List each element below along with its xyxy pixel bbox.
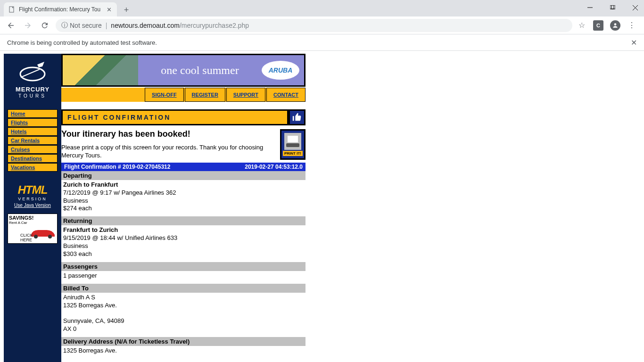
extension-icon[interactable]: C <box>593 20 603 31</box>
page-viewport[interactable]: MERCURY TOURS Home Flights Hotels Car Re… <box>0 51 644 362</box>
thumbs-up-icon <box>289 109 305 125</box>
menu-icon[interactable]: ⋮ <box>627 21 636 30</box>
security-info-icon[interactable]: ⓘ Not secure <box>61 21 102 30</box>
page-icon <box>8 6 15 13</box>
sidebar-item-cruises[interactable]: Cruises <box>8 145 58 154</box>
info-bar-text: Chrome is being controlled by automated … <box>7 39 157 46</box>
booked-desc: Please print a copy of this screen for y… <box>61 144 276 160</box>
banner-ad[interactable]: one cool summer ARUBA <box>61 54 305 87</box>
billed-to-body: Anirudh A S 1325 Borregas Ave. Sunnyvale… <box>61 293 305 337</box>
returning-header: Returning <box>61 216 305 225</box>
delivery-header: Delivery Address (N/A for Ticketless Tra… <box>61 337 305 346</box>
maximize-button[interactable] <box>605 2 619 13</box>
sidebar-item-vacations[interactable]: Vacations <box>8 163 58 172</box>
java-version-link[interactable]: Use Java Version <box>4 203 61 208</box>
sidebar-item-car-rentals[interactable]: Car Rentals <box>8 136 58 145</box>
minimize-button[interactable] <box>583 2 597 13</box>
aruba-badge: ARUBA <box>262 61 299 80</box>
top-nav: SIGN-OFF REGISTER SUPPORT CONTACT <box>61 88 305 102</box>
html-version-box: HTML VERSION Use Java Version <box>4 183 61 208</box>
nav-contact[interactable]: CONTACT <box>266 88 305 102</box>
sidebar-item-destinations[interactable]: Destinations <box>8 154 58 163</box>
banner-image <box>63 55 138 85</box>
svg-point-10 <box>48 235 52 239</box>
svg-line-8 <box>21 69 40 77</box>
info-bar-close-icon[interactable]: ✕ <box>631 38 637 47</box>
passengers-body: 1 passenger <box>61 271 305 284</box>
delivery-body: 1325 Borregas Ave. Sunnyvale, CA, 94089 <box>61 346 305 362</box>
printer-icon <box>284 133 301 150</box>
url-text: newtours.demoaut.com/mercurypurchase2.ph… <box>111 22 249 29</box>
url-field[interactable]: ⓘ Not secure | newtours.demoaut.com/merc… <box>56 19 572 32</box>
bookmark-icon[interactable]: ☆ <box>577 21 586 30</box>
svg-rect-2 <box>610 5 614 9</box>
automation-info-bar: Chrome is being controlled by automated … <box>0 34 644 51</box>
nav-support[interactable]: SUPPORT <box>226 88 265 102</box>
savings-ad[interactable]: SAVINGS! Rent A Car CLICK HERE <box>8 214 58 244</box>
sidebar-item-flights[interactable]: Flights <box>8 118 58 127</box>
mercury-logo: MERCURY TOURS <box>4 54 61 106</box>
nav-register[interactable]: REGISTER <box>185 88 225 102</box>
browser-tab[interactable]: Flight Confirmation: Mercury Tou ✕ <box>4 2 117 16</box>
profile-icon[interactable] <box>610 20 620 31</box>
browser-chrome: Flight Confirmation: Mercury Tou ✕ + ⓘ N… <box>0 0 644 51</box>
confirmation-header: FLIGHT CONFIRMATION <box>61 109 289 125</box>
new-tab-button[interactable]: + <box>120 3 133 16</box>
departing-body: Zurich to Frankfurt 7/12/2019 @ 9:17 w/ … <box>61 180 305 217</box>
sidebar-item-hotels[interactable]: Hotels <box>8 127 58 136</box>
close-window-button[interactable] <box>628 2 642 13</box>
passengers-header: Passengers <box>61 262 305 271</box>
returning-body: Frankfurt to Zurich 9/15/2019 @ 18:44 w/… <box>61 225 305 262</box>
departing-header: Departing <box>61 171 305 180</box>
billed-to-header: Billed To <box>61 284 305 293</box>
address-bar: ⓘ Not secure | newtours.demoaut.com/merc… <box>0 16 644 34</box>
nav-sign-off[interactable]: SIGN-OFF <box>145 88 184 102</box>
sidebar: MERCURY TOURS Home Flights Hotels Car Re… <box>4 54 61 362</box>
print-button[interactable]: PRINT IT! <box>280 129 305 160</box>
tab-title: Flight Confirmation: Mercury Tou <box>19 6 102 13</box>
main-content: one cool summer ARUBA SIGN-OFF REGISTER … <box>61 54 305 362</box>
svg-point-6 <box>614 23 617 25</box>
reload-button[interactable] <box>39 19 51 32</box>
tab-bar: Flight Confirmation: Mercury Tou ✕ + <box>0 0 644 16</box>
close-icon[interactable]: ✕ <box>106 6 112 13</box>
sidebar-nav: Home Flights Hotels Car Rentals Cruises … <box>4 106 61 176</box>
confirmation-number-bar: Flight Confirmation # 2019-02-27045312 2… <box>61 163 305 171</box>
booked-title: Your itinerary has been booked! <box>61 129 276 139</box>
back-button[interactable] <box>5 19 17 32</box>
forward-button[interactable] <box>22 19 34 32</box>
svg-point-7 <box>20 67 45 81</box>
svg-rect-3 <box>611 5 615 9</box>
sidebar-item-home[interactable]: Home <box>8 109 58 118</box>
